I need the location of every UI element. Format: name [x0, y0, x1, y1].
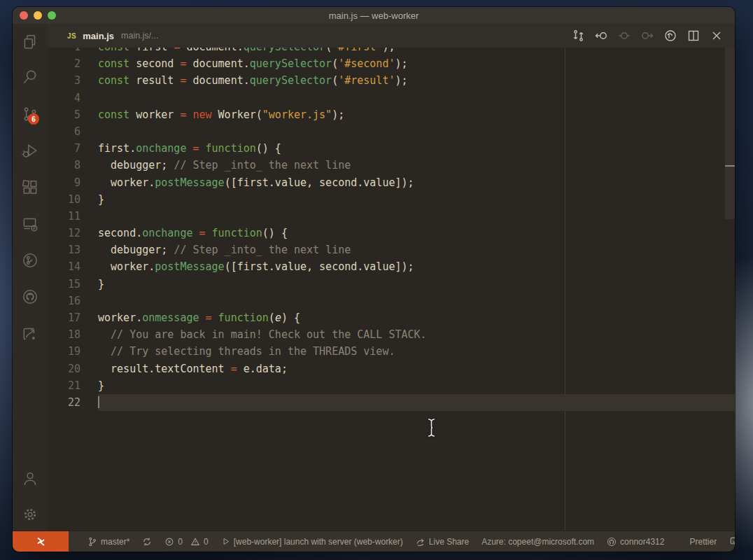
code-text	[98, 123, 735, 140]
code-text	[98, 208, 735, 225]
close-editor-icon[interactable]	[710, 29, 724, 43]
line-number[interactable]: 1	[48, 48, 80, 55]
code-text: }	[98, 191, 735, 208]
launch-config-status[interactable]: [web-worker] launch with server (web-wor…	[215, 531, 409, 552]
search-icon	[21, 68, 39, 86]
code-line-5[interactable]: 5const worker = new Worker("worker.js");	[48, 106, 735, 123]
code-text	[98, 394, 735, 411]
feedback-status[interactable]	[723, 531, 735, 552]
step-forward-circle-icon[interactable]	[640, 29, 654, 43]
line-number[interactable]: 4	[48, 90, 80, 106]
close-window-button[interactable]	[20, 11, 28, 20]
code-line-9[interactable]: 9 worker.postMessage([first.value, secon…	[48, 174, 735, 191]
sidebar-item-search[interactable]	[21, 68, 39, 86]
code-text: debugger; // Step _into_ the next line	[98, 157, 735, 174]
line-number[interactable]: 5	[48, 106, 80, 123]
code-line-2[interactable]: 2const second = document.querySelector('…	[48, 55, 735, 72]
line-number[interactable]: 12	[48, 225, 80, 241]
azure-account-status[interactable]: Azure: copeet@microsoft.com	[475, 531, 600, 552]
code-line-12[interactable]: 12second.onchange = function() {	[48, 225, 735, 241]
code-line-20[interactable]: 20 result.textContent = e.data;	[48, 360, 735, 377]
feedback-icon	[729, 536, 735, 547]
code-line-11[interactable]: 11	[48, 208, 735, 225]
step-paused-circle-icon[interactable]	[617, 29, 631, 43]
scm-badge: 6	[28, 113, 39, 125]
tab-bar: JS main.js main.js/...	[48, 24, 735, 48]
remote-indicator-icon	[35, 536, 47, 547]
vscode-window: main.js — web-worker 6	[13, 7, 735, 552]
git-branch-status[interactable]: master*	[81, 531, 136, 552]
line-number[interactable]: 14	[48, 258, 80, 275]
sync-icon	[142, 537, 152, 547]
line-number[interactable]: 11	[48, 208, 80, 225]
line-number[interactable]: 16	[48, 293, 80, 309]
sidebar-item-accounts[interactable]	[21, 470, 39, 488]
code-line-18[interactable]: 18 // You are back in main! Check out th…	[48, 326, 735, 343]
problems-status[interactable]: 0 0	[158, 531, 214, 552]
code-line-1[interactable]: 1const first = document.querySelector('#…	[48, 48, 735, 55]
run-circle-icon[interactable]	[663, 29, 677, 43]
zoom-window-button[interactable]	[48, 11, 56, 20]
line-number[interactable]: 10	[48, 191, 80, 208]
code-line-7[interactable]: 7first.onchange = function() {	[48, 140, 735, 157]
remote-indicator[interactable]	[13, 531, 69, 552]
step-back-circle-icon[interactable]	[594, 29, 608, 43]
code-line-6[interactable]: 6	[48, 123, 735, 140]
code-line-21[interactable]: 21}	[48, 377, 735, 394]
line-number[interactable]: 6	[48, 123, 80, 140]
line-number[interactable]: 7	[48, 140, 80, 157]
line-number[interactable]: 3	[48, 72, 80, 89]
misc-extension-icon	[21, 325, 39, 343]
line-number[interactable]: 15	[48, 276, 80, 293]
code-line-14[interactable]: 14 worker.postMessage([first.value, seco…	[48, 258, 735, 275]
code-line-8[interactable]: 8 debugger; // Step _into_ the next line	[48, 157, 735, 174]
code-line-19[interactable]: 19 // Try selecting threads in the THREA…	[48, 343, 735, 360]
sidebar-item-extensions[interactable]	[21, 178, 39, 197]
editor-scrollbar[interactable]	[725, 48, 735, 531]
line-number[interactable]: 17	[48, 309, 80, 326]
code-line-17[interactable]: 17worker.onmessage = function(e) {	[48, 309, 735, 326]
code-text: worker.postMessage([first.value, second.…	[98, 258, 735, 275]
compare-changes-icon[interactable]	[571, 29, 585, 43]
scrollbar-slider[interactable]	[725, 48, 735, 219]
window-controls	[13, 11, 56, 20]
line-number[interactable]: 13	[48, 241, 80, 258]
tab-main-js[interactable]: JS main.js	[48, 24, 114, 48]
sidebar-item-misc-extension[interactable]	[21, 325, 39, 343]
sidebar-item-remote-explorer[interactable]	[21, 215, 39, 233]
sidebar-item-github[interactable]	[21, 288, 39, 306]
line-number[interactable]: 8	[48, 157, 80, 174]
line-number[interactable]: 2	[48, 55, 80, 72]
sidebar-item-settings[interactable]	[21, 505, 39, 524]
code-editor[interactable]: 1const first = document.querySelector('#…	[48, 48, 735, 531]
minimize-window-button[interactable]	[34, 11, 42, 20]
line-number[interactable]: 20	[48, 360, 80, 377]
code-line-4[interactable]: 4	[48, 90, 735, 106]
code-line-16[interactable]: 16	[48, 293, 735, 309]
code-text: debugger; // Step _into_ the next line	[98, 241, 735, 258]
sidebar-item-explorer[interactable]	[21, 33, 39, 51]
code-line-10[interactable]: 10}	[48, 191, 735, 208]
split-editor-icon[interactable]	[687, 29, 701, 43]
line-number[interactable]: 19	[48, 343, 80, 360]
line-number[interactable]: 22	[48, 394, 80, 411]
code-line-3[interactable]: 3const result = document.querySelector('…	[48, 72, 735, 89]
breadcrumb[interactable]: main.js/...	[121, 31, 159, 41]
live-share-status[interactable]: Live Share	[409, 531, 475, 552]
code-line-22[interactable]: 22	[48, 394, 735, 411]
line-number[interactable]: 9	[48, 174, 80, 191]
github-account-status[interactable]: connor4312	[600, 531, 670, 552]
code-line-13[interactable]: 13 debugger; // Step _into_ the next lin…	[48, 241, 735, 258]
code-text: worker.onmessage = function(e) {	[98, 309, 735, 326]
sidebar-item-run-debug[interactable]	[21, 141, 39, 160]
live-share-icon	[416, 537, 425, 547]
prettier-status[interactable]: Prettier	[683, 531, 723, 552]
line-number[interactable]: 21	[48, 377, 80, 394]
line-number[interactable]: 18	[48, 326, 80, 343]
remote-explorer-icon	[21, 215, 39, 233]
code-text: first.onchange = function() {	[98, 140, 735, 157]
sidebar-item-gitlens[interactable]	[21, 251, 39, 270]
code-line-15[interactable]: 15}	[48, 276, 735, 293]
title-bar[interactable]: main.js — web-worker	[13, 7, 735, 24]
sync-status[interactable]	[136, 531, 158, 552]
